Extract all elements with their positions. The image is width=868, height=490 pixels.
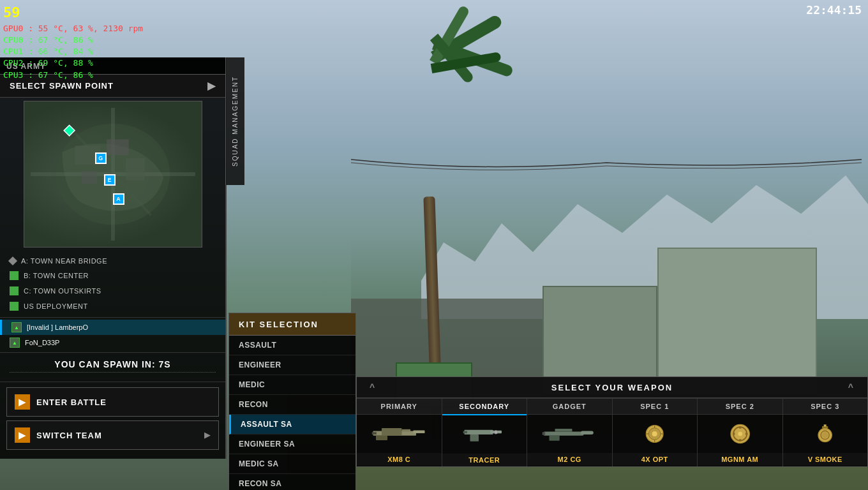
weapon-col-primary[interactable]: PRIMARY XM8 C (357, 399, 442, 466)
weapon-primary-header: PRIMARY (357, 399, 442, 415)
weapon-spec1-header: SPEC 1 (613, 399, 698, 415)
spec2-icon (723, 421, 757, 447)
enter-battle-label: ENTER BATTLE (36, 397, 107, 407)
primary-weapon-icon (370, 422, 428, 445)
kit-assault[interactable]: ASSAULT (229, 336, 355, 355)
kit-selection-panel: KIT SELECTION ASSAULT ENGINEER MEDIC REC… (228, 313, 356, 490)
weapon-primary-name: XM8 C (357, 453, 442, 466)
cpu0-stat: CPU0 : 67 °C, 86 % (3, 34, 143, 46)
member-name-1: [Invalid ] LamberpO (27, 323, 88, 331)
weapon-gadget-name: M2 CG (527, 453, 612, 466)
kit-engineer[interactable]: ENGINEER (229, 355, 355, 375)
weapon-col-spec1[interactable]: SPEC 1 4X OPT (613, 399, 698, 466)
member-icon-2: ▲ (10, 338, 20, 348)
svg-rect-16 (470, 434, 479, 442)
cpu2-stat: CPU2 : 69 °C, 88 % (3, 57, 143, 69)
dotted-divider (10, 372, 216, 373)
spawn-loc-a[interactable]: A: TOWN NEAR BRIDGE (0, 254, 225, 268)
squad-member-2[interactable]: ▲ FoN_D33P (0, 335, 225, 350)
kit-recon[interactable]: RECON (229, 395, 355, 415)
spawn-loc-c[interactable]: C: TOWN OUTSKIRTS (0, 283, 225, 299)
map-marker-a[interactable]: A (113, 193, 124, 205)
svg-rect-8 (64, 125, 75, 136)
svg-rect-5 (107, 139, 129, 155)
switch-team-chevron-icon: ▶ (204, 431, 211, 440)
spawn-loc-us[interactable]: US DEPLOYMENT (0, 299, 225, 314)
spawn-timer: YOU CAN SPAWN IN: 7s (0, 353, 225, 382)
map-marker-e[interactable]: E (104, 174, 116, 186)
kit-recon-sa[interactable]: RECON SA (229, 474, 355, 490)
kit-engineer-sa[interactable]: ENGINEER SA (229, 434, 355, 454)
enter-battle-button[interactable]: ▶ ENTER BATTLE (6, 387, 219, 417)
svg-rect-45 (821, 433, 828, 436)
spawn-title: SELECT SPAWN POINT (10, 81, 114, 91)
action-buttons: ▶ ENTER BATTLE ▶ SWITCH TEAM ▶ (0, 382, 225, 459)
spec3-icon (808, 421, 842, 447)
left-panel: US ARMY SELECT SPAWN POINT ▶ G E A (0, 57, 227, 459)
svg-rect-10 (382, 428, 402, 436)
svg-rect-24 (542, 432, 546, 435)
svg-rect-23 (581, 431, 594, 434)
svg-rect-22 (550, 436, 560, 441)
svg-rect-20 (544, 431, 584, 435)
weapon-secondary-name: TRACER (442, 454, 527, 466)
spawn-label-a: A: TOWN NEAR BRIDGE (21, 257, 107, 265)
weapon-spec3-icon-area (783, 415, 868, 453)
weapon-spec3-header: SPEC 3 (783, 399, 868, 415)
map-marker-g[interactable]: G (95, 152, 107, 164)
squad-management-tab[interactable]: SQUAD MANAGEMENT (225, 57, 244, 185)
cpu1-stat: CPU1 : 66 °C, 84 % (3, 46, 143, 57)
svg-point-36 (738, 439, 741, 442)
weapon-selection-panel: ^ SELECT YOUR WEAPON ^ PRIMARY XM8 C (356, 376, 868, 467)
member-name-2: FoN_D33P (25, 339, 59, 346)
svg-rect-12 (402, 429, 411, 432)
spawn-label-c: C: TOWN OUTSKIRTS (24, 287, 101, 295)
spawn-locations: A: TOWN NEAR BRIDGE B: TOWN CENTER C: TO… (0, 251, 225, 318)
weapon-header: ^ SELECT YOUR WEAPON ^ (357, 377, 867, 398)
weapon-col-spec3[interactable]: SPEC 3 V SMOKE (783, 399, 868, 466)
secondary-weapon-icon (456, 423, 513, 446)
kit-assault-sa[interactable]: ASSAULT SA (229, 415, 355, 434)
member-icon-1: ▲ (11, 322, 22, 332)
weapon-col-secondary[interactable]: SECONDARY TRACER (442, 399, 528, 466)
weapon-spec1-icon-area (613, 415, 698, 453)
timer-text: YOU CAN SPAWN IN: 7s (10, 359, 216, 369)
weapon-spec3-name: V SMOKE (783, 453, 868, 466)
gadget-weapon-icon (541, 422, 598, 445)
svg-point-37 (732, 433, 735, 435)
svg-rect-7 (81, 171, 97, 184)
weapon-secondary-header: SECONDARY (442, 399, 527, 415)
kit-header-title: KIT SELECTION (239, 320, 318, 329)
weapon-columns: PRIMARY XM8 C SECONDARY (357, 398, 867, 466)
svg-rect-6 (125, 158, 144, 181)
spawn-icon-a (8, 256, 17, 265)
spawn-label-us: US DEPLOYMENT (24, 302, 88, 310)
minimap[interactable]: G E A (24, 101, 202, 248)
svg-rect-13 (414, 431, 425, 434)
svg-rect-42 (824, 424, 827, 426)
spec1-icon (638, 421, 671, 447)
hud-clock: 22:44:15 (806, 3, 862, 17)
squad-tab-label: SQUAD MANAGEMENT (232, 76, 239, 167)
kit-header: KIT SELECTION (229, 313, 355, 336)
weapon-col-spec2[interactable]: SPEC 2 MGNM AM (698, 399, 783, 466)
weapon-col-gadget[interactable]: GADGET M2 CG (527, 399, 613, 466)
spawn-loc-b[interactable]: B: TOWN CENTER (0, 268, 225, 283)
weapon-gadget-header: GADGET (527, 399, 612, 415)
kit-medic[interactable]: MEDIC (229, 375, 355, 395)
fps-display: 59 (3, 3, 143, 23)
kit-list: ASSAULT ENGINEER MEDIC RECON ASSAULT SA … (229, 336, 355, 490)
switch-team-arrow-icon: ▶ (15, 427, 30, 443)
switch-team-button[interactable]: ▶ SWITCH TEAM ▶ (6, 420, 219, 450)
weapon-header-title: SELECT YOUR WEAPON (551, 383, 673, 392)
spawn-arrow-icon: ▶ (207, 80, 216, 92)
cpu3-stat: CPU3 : 67 °C, 86 % (3, 70, 143, 81)
squad-member-1[interactable]: ▲ [Invalid ] LamberpO (0, 320, 225, 335)
spawn-icon-b (10, 271, 19, 280)
weapon-spec2-name: MGNM AM (698, 453, 782, 466)
squad-list: ▲ [Invalid ] LamberpO ▲ FoN_D33P (0, 318, 225, 353)
weapon-primary-icon-area (357, 415, 442, 453)
svg-point-38 (745, 433, 747, 435)
kit-medic-sa[interactable]: MEDIC SA (229, 454, 355, 474)
weapon-header-chevron-left-icon: ^ (370, 382, 376, 392)
